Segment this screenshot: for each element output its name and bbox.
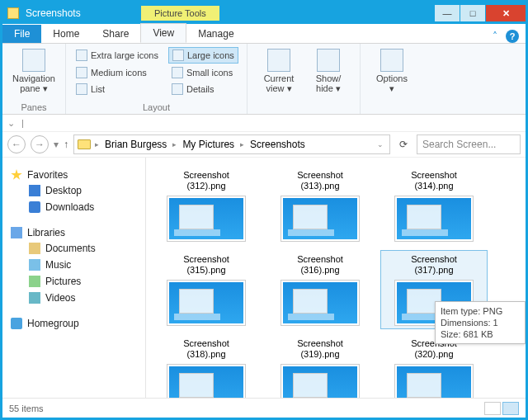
current-view-button[interactable]: Currentview ▾	[254, 47, 304, 95]
navigation-pane[interactable]: Favorites Desktop Downloads Libraries Do…	[2, 158, 146, 398]
nav-music[interactable]: Music	[6, 257, 142, 273]
file-name: Screenshot(316).png	[297, 254, 343, 277]
ribbon-group-layout: Extra large icons Large icons Medium ico…	[66, 44, 248, 114]
file-name: Screenshot(318).png	[183, 338, 229, 361]
nav-pictures[interactable]: Pictures	[6, 273, 142, 290]
status-bar: 55 items	[2, 398, 526, 418]
file-tooltip: Item type: PNG Dimensions: 1 Size: 681 K…	[435, 301, 526, 344]
file-item[interactable]: Screenshot(315).png	[153, 250, 260, 329]
file-thumbnail	[167, 281, 245, 325]
maximize-button[interactable]: □	[460, 5, 485, 21]
libraries-icon	[11, 227, 22, 238]
up-button[interactable]: ↑	[64, 139, 68, 150]
pictures-icon	[29, 276, 40, 287]
tab-view[interactable]: View	[140, 23, 186, 43]
layout-extra-large-icons[interactable]: Extra large icons	[73, 47, 162, 64]
options-icon	[380, 49, 403, 72]
file-item[interactable]: Screenshot(313).png	[266, 166, 374, 245]
file-item[interactable]: Screenshot(318).png	[153, 334, 260, 398]
thumbnails-view-button[interactable]	[502, 402, 519, 415]
nav-desktop[interactable]: Desktop	[6, 182, 142, 199]
search-input[interactable]: Search Screen...	[417, 134, 521, 154]
back-button[interactable]: ←	[7, 135, 26, 153]
file-name: Screenshot(319).png	[297, 338, 343, 361]
homegroup-icon	[11, 318, 22, 329]
collapse-ribbon-icon[interactable]: ˄	[493, 31, 497, 42]
show-hide-icon	[317, 49, 340, 72]
titlebar[interactable]: Screenshots Picture Tools — □ ✕	[2, 2, 526, 24]
file-name: Screenshot(317).png	[411, 254, 457, 277]
minimize-button[interactable]: —	[435, 5, 460, 21]
star-icon	[11, 169, 22, 181]
file-name: Screenshot(312).png	[183, 170, 229, 193]
file-thumbnail	[395, 196, 473, 241]
ribbon-group-currentview: Currentview ▾ Show/hide ▾	[248, 44, 361, 114]
ribbon: Navigationpane ▾ Panes Extra large icons…	[2, 44, 526, 115]
recent-locations-icon[interactable]: ▾	[54, 139, 59, 150]
nav-libraries[interactable]: Libraries	[11, 227, 142, 238]
refresh-button[interactable]: ⟳	[395, 139, 412, 150]
nav-downloads[interactable]: Downloads	[6, 199, 142, 215]
details-view-button[interactable]	[484, 402, 501, 415]
navigation-pane-label: Navigationpane ▾	[12, 73, 55, 93]
help-icon[interactable]: ?	[506, 30, 519, 43]
breadcrumb[interactable]: ▸ Brian Burgess▸ My Pictures▸ Screenshot…	[73, 134, 390, 154]
layout-list[interactable]: List	[73, 82, 162, 97]
ribbon-group-panes-label: Panes	[9, 101, 59, 112]
window-title: Screenshots	[26, 7, 141, 19]
close-button[interactable]: ✕	[486, 5, 526, 21]
context-tab-picture-tools[interactable]: Picture Tools	[141, 6, 219, 21]
current-view-label: Currentview ▾	[264, 73, 295, 93]
file-name: Screenshot(313).png	[297, 170, 343, 193]
item-count: 55 items	[9, 403, 44, 413]
file-thumbnail	[167, 196, 245, 241]
file-thumbnail	[281, 196, 359, 241]
ribbon-group-panes: Navigationpane ▾ Panes	[2, 44, 66, 114]
file-thumbnail	[167, 365, 245, 398]
folder-icon	[7, 7, 19, 19]
tab-home[interactable]: Home	[41, 25, 91, 43]
layout-details[interactable]: Details	[168, 82, 238, 97]
videos-icon	[29, 292, 40, 304]
tab-file[interactable]: File	[2, 25, 41, 43]
file-item[interactable]: Screenshot(312).png	[153, 166, 260, 245]
forward-button[interactable]: →	[31, 135, 49, 153]
qat-customize-icon[interactable]: ⌄	[7, 118, 15, 129]
nav-favorites[interactable]: Favorites	[11, 169, 142, 181]
file-thumbnail	[395, 365, 473, 398]
file-name: Screenshot(314).png	[411, 170, 457, 193]
file-item[interactable]: Screenshot(314).png	[380, 166, 488, 245]
crumb-pictures[interactable]: My Pictures	[181, 139, 236, 150]
address-bar-row: ← → ▾ ↑ ▸ Brian Burgess▸ My Pictures▸ Sc…	[2, 131, 526, 158]
file-item[interactable]: Screenshot(319).png	[266, 334, 374, 398]
file-item[interactable]: Screenshot(316).png	[266, 250, 374, 329]
crumb-screenshots[interactable]: Screenshots	[248, 139, 307, 150]
quick-access-toolbar: ⌄ |	[2, 115, 526, 131]
show-hide-button[interactable]: Show/hide ▾	[304, 47, 353, 95]
nav-documents[interactable]: Documents	[6, 240, 142, 257]
file-name: Screenshot(315).png	[183, 254, 229, 277]
body: Favorites Desktop Downloads Libraries Do…	[2, 158, 526, 398]
qat-divider: |	[21, 118, 24, 128]
tab-share[interactable]: Share	[91, 25, 140, 43]
layout-large-icons[interactable]: Large icons	[168, 47, 238, 64]
tab-manage[interactable]: Manage	[186, 25, 245, 43]
nav-homegroup[interactable]: Homegroup	[11, 318, 142, 329]
options-button[interactable]: Options▾	[367, 47, 417, 95]
layout-medium-icons[interactable]: Medium icons	[73, 65, 162, 80]
downloads-icon	[29, 201, 40, 213]
layout-small-icons[interactable]: Small icons	[168, 65, 238, 80]
navigation-pane-icon	[22, 49, 45, 72]
documents-icon	[29, 243, 40, 254]
desktop-icon	[29, 185, 40, 196]
navigation-pane-button[interactable]: Navigationpane ▾	[9, 47, 59, 95]
crumb-user[interactable]: Brian Burgess	[103, 139, 168, 150]
options-label: Options▾	[376, 73, 408, 93]
nav-videos[interactable]: Videos	[6, 290, 142, 306]
folder-icon	[78, 139, 91, 149]
explorer-window: Screenshots Picture Tools — □ ✕ File Hom…	[0, 0, 528, 420]
show-hide-label: Show/hide ▾	[316, 73, 342, 93]
file-thumbnail	[281, 281, 359, 325]
ribbon-group-layout-label: Layout	[73, 101, 240, 112]
file-list[interactable]: Screenshot(312).pngScreenshot(313).pngSc…	[146, 158, 526, 398]
